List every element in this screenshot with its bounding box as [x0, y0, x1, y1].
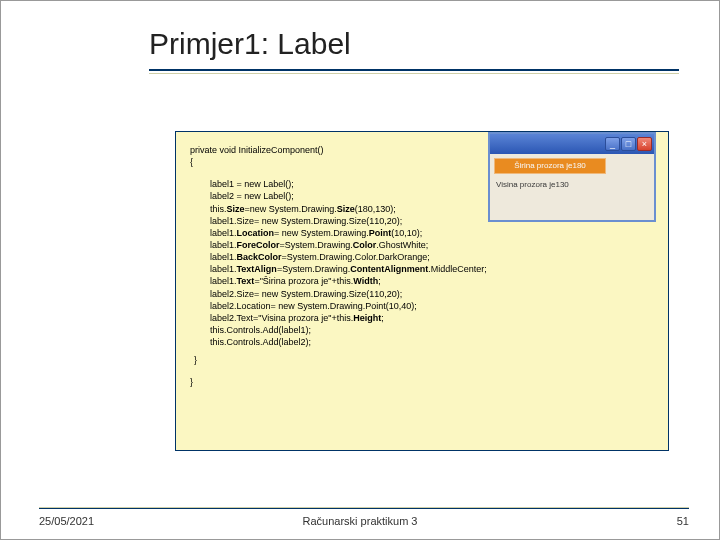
code-line: label1.Location= new System.Drawing.Poin…	[210, 227, 654, 239]
label2-preview: Visina prozora je130	[494, 180, 650, 191]
close-button[interactable]: ×	[637, 137, 652, 151]
code-line: label2.Text="Visina prozora je"+this.Hei…	[210, 312, 654, 324]
footer-rule	[39, 507, 689, 509]
demo-window: _ □ × Širina prozora je180 Visina prozor…	[488, 132, 656, 222]
code-line: this.Controls.Add(label1);	[210, 324, 654, 336]
title-underline	[149, 69, 679, 71]
code-line: label2.Location= new System.Drawing.Poin…	[210, 300, 654, 312]
code-line: label1.Text="Širina prozora je"+this.Wid…	[210, 275, 654, 287]
code-line: this.Controls.Add(label2);	[210, 336, 654, 348]
titlebar: _ □ ×	[490, 134, 654, 154]
slide: Primjer1: Label private void InitializeC…	[0, 0, 720, 540]
label1-preview: Širina prozora je180	[494, 158, 606, 174]
code-line: label1.BackColor=System.Drawing.Color.Da…	[210, 251, 654, 263]
code-line: label2.Size= new System.Drawing.Size(110…	[210, 288, 654, 300]
minimize-button[interactable]: _	[605, 137, 620, 151]
code-line: }	[194, 354, 654, 366]
page-title: Primjer1: Label	[149, 27, 351, 61]
footer-page: 51	[677, 515, 689, 527]
footer-center: Računarski praktikum 3	[1, 515, 719, 527]
code-line: }	[190, 376, 654, 388]
code-line: label1.TextAlign=System.Drawing.ContentA…	[210, 263, 654, 275]
code-box: private void InitializeComponent() { lab…	[175, 131, 669, 451]
code-line: label1.ForeColor=System.Drawing.Color.Gh…	[210, 239, 654, 251]
window-client: Širina prozora je180 Visina prozora je13…	[490, 154, 654, 220]
maximize-button[interactable]: □	[621, 137, 636, 151]
